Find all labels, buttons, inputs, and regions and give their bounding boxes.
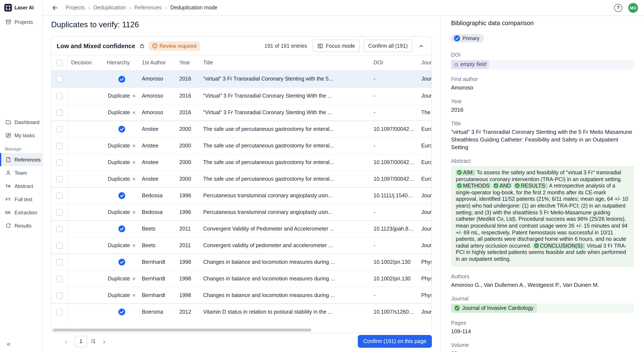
column-header-title[interactable]: Title (200, 55, 370, 70)
year-cell: 1996 (176, 187, 200, 204)
column-header-year[interactable]: Year (176, 55, 200, 70)
page-number-input[interactable] (74, 335, 87, 347)
hierarchy-cell: Duplicate ✕ (105, 154, 138, 170)
confirm-page-button[interactable]: Confirm (191) on this page (358, 335, 432, 348)
sidebar-item-abstract[interactable]: TA Abstract (0, 179, 42, 193)
duplicate-chip[interactable]: Duplicate ✕ (108, 242, 136, 248)
table-row[interactable]: Amoroso 2016 "virtual" 3 Fr Transradial … (52, 71, 432, 87)
table-row[interactable]: Beets 2011 Convergent Validity of Pedome… (52, 220, 432, 237)
year-cell: 2016 (176, 88, 200, 104)
column-header-1st-author[interactable]: 1st Author (138, 55, 176, 70)
row-checkbox[interactable] (56, 109, 62, 116)
row-select-cell (52, 204, 68, 220)
select-all-checkbox[interactable] (56, 60, 62, 66)
table-row[interactable]: Duplicate ✕ Anstee 2000 The safe use of … (52, 154, 432, 170)
table-row[interactable]: Bedossa 1996 Percutaneous transluminal c… (52, 187, 432, 204)
duplicate-label: Duplicate (108, 292, 130, 298)
avatar[interactable]: MO (628, 3, 638, 13)
remove-duplicate-icon[interactable]: ✕ (132, 144, 136, 148)
focus-mode-button[interactable]: Focus mode (313, 40, 360, 52)
duplicate-chip[interactable]: Duplicate ✕ (108, 93, 136, 99)
sidebar-item-team[interactable]: Team (0, 166, 42, 179)
column-header-doi[interactable]: DOI (370, 55, 418, 70)
row-checkbox[interactable] (56, 309, 62, 315)
help-icon[interactable]: ? (614, 4, 622, 12)
duplicate-chip[interactable]: Duplicate ✕ (108, 292, 136, 298)
remove-duplicate-icon[interactable]: ✕ (132, 293, 136, 298)
row-select-cell (52, 154, 68, 170)
row-checkbox[interactable] (56, 192, 62, 199)
remove-duplicate-icon[interactable]: ✕ (132, 177, 136, 181)
remove-duplicate-icon[interactable]: ✕ (132, 277, 136, 281)
table-row[interactable]: Duplicate ✕ Bernhardt 1998 Changes in ba… (52, 287, 432, 303)
breadcrumb-item-projects[interactable]: Projects (66, 5, 85, 11)
breadcrumb-item-deduplication[interactable]: Deduplication (94, 5, 126, 11)
remove-duplicate-icon[interactable]: ✕ (132, 243, 136, 248)
column-header-hierarchy[interactable]: Hierarchy (105, 55, 138, 70)
sidebar-item-my-tasks[interactable]: My tasks (0, 129, 42, 142)
hierarchy-cell: Duplicate ✕ (105, 204, 138, 220)
sidebar-nav: Dashboard My tasks Manage References Te (0, 116, 42, 232)
next-page-icon[interactable]: › (100, 337, 109, 346)
lock-icon (139, 43, 144, 49)
row-checkbox[interactable] (56, 226, 62, 232)
breadcrumb-item-references[interactable]: References (134, 5, 162, 11)
row-checkbox[interactable] (56, 159, 62, 166)
table-row[interactable]: Duplicate ✕ Amoroso 2016 "Virtual" 3 Fr … (52, 87, 432, 104)
sidebar-item-projects[interactable]: Projects (0, 15, 42, 29)
remove-duplicate-icon[interactable]: ✕ (132, 210, 136, 215)
row-checkbox[interactable] (56, 259, 62, 265)
table-row[interactable]: Bernhardt 1998 Changes in balance and lo… (52, 254, 432, 270)
field-value: 2016 (451, 106, 634, 114)
abstract-match-highlight: METHODS (456, 183, 491, 189)
duplicate-chip[interactable]: Duplicate ✕ (108, 143, 136, 149)
table-row[interactable]: Duplicate ✕ Anstee 2000 The safe use of … (52, 170, 432, 187)
duplicate-chip[interactable]: Duplicate ✕ (108, 159, 136, 165)
row-checkbox[interactable] (56, 126, 62, 132)
journal-cell: Journal of Inter... (418, 187, 432, 204)
author-cell: Bernhardt (138, 287, 176, 303)
remove-duplicate-icon[interactable]: ✕ (132, 160, 136, 165)
duplicate-chip[interactable]: Duplicate ✕ (108, 209, 136, 215)
field-value: Journal of Invasive Cardiology (451, 303, 634, 313)
collapse-sidebar-icon[interactable]: « (4, 339, 13, 348)
sidebar-item-label: Team (14, 170, 27, 176)
doi-cell: 10.1111/j.1540-8183.... (370, 187, 418, 204)
horizontal-scrollbar-thumb[interactable] (53, 328, 311, 331)
sidebar-item-full-text[interactable]: FT Full text (0, 193, 42, 206)
table-row[interactable]: Duplicate ✕ Anstee 2000 The safe use of … (52, 137, 432, 154)
row-checkbox[interactable] (56, 76, 62, 82)
confirm-all-button[interactable]: Confirm all (191) (364, 40, 412, 52)
previous-page-icon[interactable]: ‹ (61, 337, 71, 346)
table-row[interactable]: Anstee 2000 The safe use of percutaneous… (52, 121, 432, 137)
sidebar-item-extraction[interactable]: DE Extraction (0, 206, 42, 219)
field-first-author: First author Amoroso (451, 77, 634, 92)
table-row[interactable]: Duplicate ✕ Amoroso 2016 "Virtual" 3 Fr … (52, 104, 432, 121)
app-logo[interactable]: Laser AI (0, 0, 42, 15)
column-header-decision[interactable]: Decision (68, 55, 105, 70)
sidebar-item-dashboard[interactable]: Dashboard (0, 116, 42, 129)
table-row[interactable]: Boersma 2012 Vitamin D status in relatio… (52, 303, 432, 320)
sidebar-item-references[interactable]: References (0, 153, 42, 166)
app-window: Laser AI Projects Dashboard My tasks Man (0, 0, 644, 352)
remove-duplicate-icon[interactable]: ✕ (132, 110, 136, 115)
row-checkbox[interactable] (56, 176, 62, 182)
back-arrow-icon[interactable] (50, 3, 60, 12)
column-header-journal[interactable]: Journal (418, 55, 432, 70)
duplicate-chip[interactable]: Duplicate ✕ (108, 176, 136, 182)
remove-duplicate-icon[interactable]: ✕ (132, 94, 136, 98)
table-row[interactable]: Duplicate ✕ Beets 2011 Convergent validi… (52, 237, 432, 254)
duplicate-chip[interactable]: Duplicate ✕ (108, 276, 136, 282)
sidebar-item-results[interactable]: Results (0, 219, 42, 232)
chevron-up-icon[interactable] (416, 41, 426, 51)
row-checkbox[interactable] (56, 209, 62, 215)
row-checkbox[interactable] (56, 292, 62, 298)
row-checkbox[interactable] (56, 242, 62, 249)
row-checkbox[interactable] (56, 93, 62, 99)
duplicate-label: Duplicate (108, 143, 130, 149)
table-row[interactable]: Duplicate ✕ Bernhardt 1998 Changes in ba… (52, 270, 432, 287)
duplicate-chip[interactable]: Duplicate ✕ (108, 110, 136, 116)
row-checkbox[interactable] (56, 275, 62, 282)
row-checkbox[interactable] (56, 143, 62, 149)
table-row[interactable]: Duplicate ✕ Bedossa 1996 Percutaneous tr… (52, 204, 432, 220)
